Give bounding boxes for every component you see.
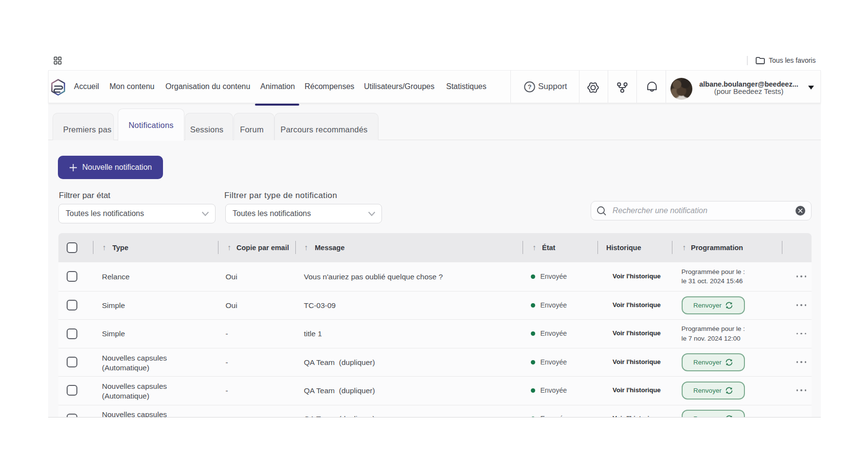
svg-text:?: ? [528, 83, 532, 91]
